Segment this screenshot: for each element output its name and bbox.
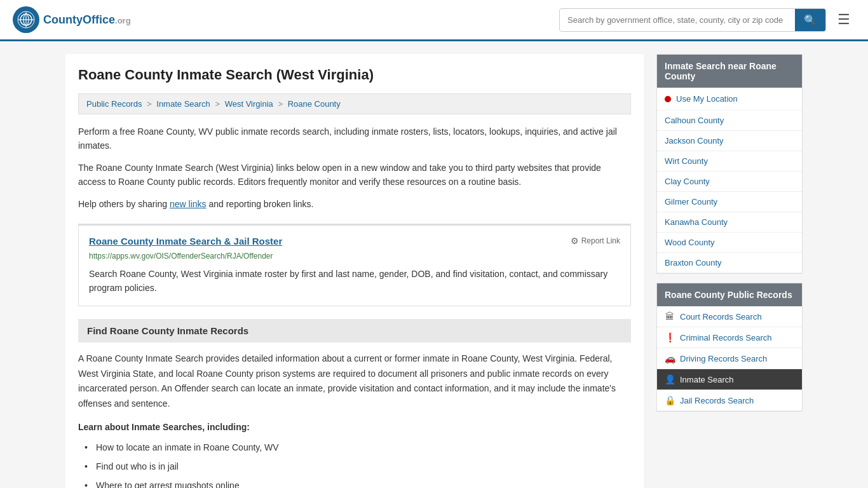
sidebar-public-record-item[interactable]: 👤Inmate Search <box>657 369 802 390</box>
sidebar-item-label: Driving Records Search <box>680 354 767 363</box>
share-text-before: Help others by sharing <box>78 199 170 209</box>
sidebar-item-label: Jail Records Search <box>680 396 754 405</box>
location-dot-icon <box>665 96 671 102</box>
main-content: Roane County Inmate Search (West Virgini… <box>65 54 644 488</box>
sidebar-nearby-county[interactable]: Gilmer County <box>657 192 802 212</box>
list-item: Find out who is in jail <box>85 458 631 477</box>
sidebar-item-icon: ❗ <box>665 332 675 342</box>
use-my-location[interactable]: Use My Location <box>657 88 802 111</box>
sidebar-nearby-header: Inmate Search near Roane County <box>657 55 802 88</box>
logo-icon <box>13 6 39 33</box>
share-text-after: and reporting broken links. <box>207 199 314 209</box>
breadcrumb-inmate-search[interactable]: Inmate Search <box>156 99 210 109</box>
find-records-body: A Roane County Inmate Search provides de… <box>78 351 631 412</box>
sidebar-public-record-item[interactable]: ❗Criminal Records Search <box>657 327 802 348</box>
logo-area: CountyOffice.org <box>13 6 131 33</box>
use-location-label: Use My Location <box>676 94 738 104</box>
header-right: 🔍 ☰ <box>559 8 855 32</box>
sidebar-public-record-item[interactable]: 🚗Driving Records Search <box>657 348 802 369</box>
sidebar: Inmate Search near Roane County Use My L… <box>656 54 803 488</box>
list-item: Where to get arrest mugshots online <box>85 477 631 488</box>
sidebar-nearby-county[interactable]: Jackson County <box>657 131 802 151</box>
sidebar-item-icon: 👤 <box>665 374 675 384</box>
new-links-link[interactable]: new links <box>170 199 207 209</box>
report-icon: ⚙ <box>571 236 579 246</box>
share-paragraph: Help others by sharing new links and rep… <box>78 197 631 211</box>
sidebar-public-record-item[interactable]: 🔒Jail Records Search <box>657 390 802 411</box>
sidebar-nearby-county[interactable]: Wood County <box>657 233 802 253</box>
sidebar-nearby-section: Inmate Search near Roane County Use My L… <box>656 54 803 274</box>
intro-paragraph-2: The Roane County Inmate Search (West Vir… <box>78 161 631 189</box>
breadcrumb-sep-3: > <box>278 99 283 109</box>
sidebar-nearby-county[interactable]: Kanawha County <box>657 212 802 233</box>
link-card-title[interactable]: Roane County Inmate Search & Jail Roster <box>89 236 282 247</box>
link-card-description: Search Roane County, West Virginia inmat… <box>89 267 620 295</box>
search-input[interactable] <box>560 10 795 30</box>
sidebar-item-icon: 🔒 <box>665 395 675 405</box>
breadcrumb-sep-1: > <box>147 99 152 109</box>
site-header: CountyOffice.org 🔍 ☰ <box>0 0 868 41</box>
nearby-counties-list: Calhoun CountyJackson CountyWirt CountyC… <box>657 111 802 273</box>
breadcrumb-sep-2: > <box>215 99 220 109</box>
sidebar-nearby-county[interactable]: Calhoun County <box>657 111 802 131</box>
search-button[interactable]: 🔍 <box>795 9 825 31</box>
sidebar-public-record-item[interactable]: 🏛Court Records Search <box>657 306 802 327</box>
link-card-header: Roane County Inmate Search & Jail Roster… <box>89 236 620 247</box>
intro-paragraph-1: Perform a free Roane County, WV public i… <box>78 125 631 153</box>
sidebar-item-label: Inmate Search <box>680 375 734 384</box>
sidebar-nearby-county[interactable]: Braxton County <box>657 253 802 273</box>
sidebar-nearby-county[interactable]: Wirt County <box>657 151 802 172</box>
find-records-header: Find Roane County Inmate Records <box>78 319 631 342</box>
sidebar-nearby-county[interactable]: Clay County <box>657 172 802 192</box>
menu-button[interactable]: ☰ <box>832 9 855 30</box>
report-link[interactable]: ⚙ Report Link <box>571 236 620 246</box>
logo-text: CountyOffice.org <box>43 13 131 26</box>
link-card-url: https://apps.wv.gov/OIS/OffenderSearch/R… <box>89 252 620 261</box>
link-card: Roane County Inmate Search & Jail Roster… <box>78 224 631 306</box>
public-records-list: 🏛Court Records Search❗Criminal Records S… <box>657 306 802 411</box>
page-title: Roane County Inmate Search (West Virgini… <box>78 67 631 83</box>
breadcrumb: Public Records > Inmate Search > West Vi… <box>78 93 631 114</box>
main-container: Roane County Inmate Search (West Virgini… <box>53 41 815 488</box>
breadcrumb-roane-county[interactable]: Roane County <box>288 99 341 109</box>
list-item: How to locate an inmate in Roane County,… <box>85 438 631 458</box>
breadcrumb-west-virginia[interactable]: West Virginia <box>225 99 273 109</box>
sidebar-public-records-header: Roane County Public Records <box>657 283 802 306</box>
sidebar-public-records-section: Roane County Public Records 🏛Court Recor… <box>656 283 803 412</box>
sidebar-item-label: Criminal Records Search <box>680 333 772 342</box>
learn-title: Learn about Inmate Searches, including: <box>78 422 631 432</box>
bullet-list: How to locate an inmate in Roane County,… <box>78 438 631 488</box>
report-link-label: Report Link <box>581 236 620 245</box>
sidebar-item-label: Court Records Search <box>680 312 762 322</box>
breadcrumb-public-records[interactable]: Public Records <box>86 99 142 109</box>
sidebar-item-icon: 🏛 <box>665 311 675 322</box>
sidebar-item-icon: 🚗 <box>665 353 675 363</box>
search-bar[interactable]: 🔍 <box>559 8 826 32</box>
